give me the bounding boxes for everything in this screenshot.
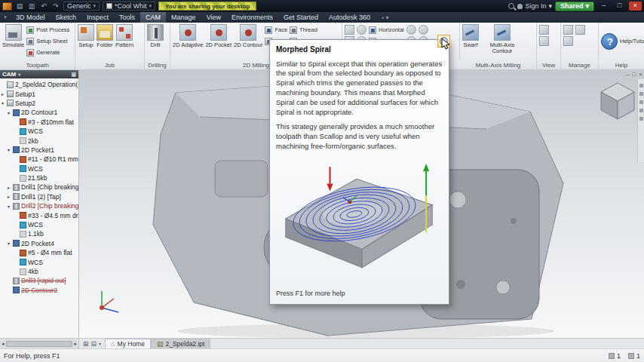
material-dropdown[interactable]: Generic ▾ (63, 2, 100, 11)
ribbon-tab[interactable]: Tools (114, 12, 140, 23)
tree-item[interactable]: #5 - Ø4 mm flat (0, 248, 78, 257)
swarf-button[interactable]: Swarf (462, 24, 479, 59)
viewport-toolbar[interactable] (637, 79, 644, 162)
setup-sheet-button[interactable]: Setup Sheet (26, 36, 69, 46)
doc-close-icon[interactable]: × (639, 71, 642, 78)
ribbon-collapse-icon[interactable]: ▾ (0, 12, 11, 23)
ribbon-tab[interactable]: Get Started (278, 12, 324, 23)
tree-item[interactable]: WCS (0, 127, 78, 136)
ribbon-tab[interactable]: CAM (140, 12, 166, 23)
ribbon-tab[interactable]: View (201, 12, 226, 23)
ribbon-tab[interactable]: Autodesk 360 (324, 12, 376, 23)
tree-item[interactable]: 2D Contour2 (0, 286, 78, 295)
new-file-icon[interactable]: ▤ (15, 2, 24, 10)
view-tool-icon[interactable] (539, 36, 549, 46)
scroll-right-icon[interactable]: ▸ (74, 341, 77, 347)
tree-item[interactable]: ▾ 2D Contour1 (0, 108, 78, 117)
3d-milling-icon[interactable] (357, 25, 366, 35)
document-tab[interactable]: 2_Spelda2.ipt (151, 339, 211, 348)
view-cube[interactable] (600, 82, 635, 120)
manage-tool-icon[interactable] (575, 25, 585, 35)
origin-triad-icon (93, 284, 126, 317)
2d-adaptive-button[interactable]: 2D Adaptive (173, 24, 203, 59)
document-tab[interactable]: My Home (105, 339, 151, 348)
tree-item[interactable]: WCS (0, 164, 78, 173)
tree-expander-icon[interactable]: ▸ (2, 91, 7, 97)
tree-expander-icon[interactable]: ▾ (8, 110, 13, 115)
2d-pocket-button[interactable]: 2D Pocket (205, 24, 232, 59)
3d-milling-icon[interactable] (406, 25, 416, 35)
sign-in-button[interactable]: Sign In ▾ (517, 2, 552, 10)
tree-item[interactable]: ▾ Setup2 (0, 99, 78, 108)
tree-item[interactable]: 2_Spelda2 Operation(s) (0, 80, 78, 89)
close-button[interactable]: × (629, 2, 642, 11)
tree-item[interactable]: ▾ Drill2 [Chip breaking] (0, 201, 78, 210)
chevron-down-icon[interactable]: ▾ (99, 341, 101, 346)
tree-item[interactable]: 4kb (0, 267, 78, 276)
cascade-windows-icon[interactable]: ⊟ (91, 340, 97, 348)
thread-button[interactable]: Thread (290, 25, 319, 35)
doc-minimize-icon[interactable]: – (626, 71, 629, 78)
multi-axis-contour-button[interactable]: Multi-Axis Contour (481, 24, 523, 59)
horizontal-button[interactable]: Horizontal (369, 25, 404, 35)
tree-item[interactable]: WCS (0, 220, 78, 229)
app-logo-icon[interactable] (2, 2, 12, 11)
doc-restore-icon[interactable]: □ (632, 71, 636, 78)
2d-contour-button[interactable]: 2D Contour (234, 24, 262, 59)
browser-header[interactable]: CAM ▾ ▣ (0, 70, 78, 78)
tree-item[interactable]: ▸ Setup1 (0, 89, 78, 98)
view-tool-icon[interactable] (539, 25, 549, 35)
drill-button[interactable]: Drill (147, 24, 164, 59)
appearance-dropdown[interactable]: *Cool Whit ▾ (103, 2, 155, 11)
face-button[interactable]: Face (265, 25, 287, 35)
ribbon-tab[interactable]: Environments (226, 12, 278, 23)
ribbon-tab[interactable]: Inspect (81, 12, 114, 23)
3d-milling-icon[interactable] (419, 25, 428, 35)
tree-expander-icon[interactable]: ▾ (2, 100, 7, 106)
shared-button[interactable]: Shared ▾ (555, 2, 594, 11)
tree-item[interactable]: ▾ 2D Pocket1 (0, 146, 78, 155)
save-icon[interactable]: ▥ (27, 2, 36, 10)
tree-item[interactable]: #3 - Ø10mm flat (0, 118, 78, 127)
tree-item[interactable]: 1.1kb (0, 229, 78, 238)
ribbon-tab[interactable]: 3D Model (11, 12, 51, 23)
ribbon-tab-bar: ▾ 3D Model Sketch Inspect Tools (0, 12, 644, 23)
folder-button[interactable]: Folder (97, 24, 113, 59)
tree-expander-icon[interactable]: ▸ (8, 194, 13, 199)
manage-tool-icon[interactable] (563, 36, 573, 46)
post-process-button[interactable]: Post Process (26, 25, 69, 35)
tree-item[interactable]: ▾ 2D Pocket4 (0, 239, 78, 248)
maximize-button[interactable]: □ (613, 2, 626, 11)
tree-item[interactable]: Drill3 [rapid out] (0, 276, 78, 285)
tree-expander-icon[interactable]: ▸ (8, 185, 13, 190)
undo-icon[interactable]: ↶ (39, 2, 48, 10)
tree-item[interactable]: ▸ Drill1 (2) [Tap] (0, 192, 78, 201)
scroll-left-icon[interactable]: ◂ (2, 341, 5, 347)
manage-tool-icon[interactable] (563, 25, 573, 35)
simulate-button[interactable]: Simulate (2, 24, 24, 59)
pattern-button[interactable]: Pattern (115, 24, 133, 59)
scrollbar-thumb[interactable] (6, 341, 73, 347)
tree-item[interactable]: ▸ Drill1 [Chip breaking] (0, 183, 78, 192)
browser-options-icon[interactable]: ▣ (71, 72, 76, 78)
setup-button[interactable]: Setup (78, 24, 94, 59)
tree-expander-icon[interactable]: ▾ (8, 241, 13, 246)
search-icon[interactable] (508, 3, 514, 9)
ribbon-tab[interactable]: Manage (166, 12, 201, 23)
minimize-button[interactable]: – (597, 2, 610, 11)
tree-item[interactable]: #11 - Ø10 R1 mm bull (0, 155, 78, 164)
ribbon-tab[interactable]: Sketch (51, 12, 82, 23)
tree-item[interactable]: 2kb (0, 136, 78, 145)
help-tutorials-button[interactable]: Help/Tutorials (601, 33, 644, 50)
tab-options-icon[interactable]: ▪ ▾ (376, 12, 395, 23)
generate-button[interactable]: Generate (26, 48, 69, 57)
tree-item[interactable]: WCS (0, 257, 78, 266)
3d-milling-icon[interactable] (345, 25, 354, 35)
tile-windows-icon[interactable]: ⊞ (83, 340, 89, 348)
browser-horizontal-scrollbar[interactable]: ◂ ▸ (0, 339, 79, 348)
tree-item[interactable]: 21.5kb (0, 173, 78, 183)
redo-icon[interactable]: ↷ (51, 2, 60, 10)
tree-expander-icon[interactable]: ▾ (8, 204, 13, 209)
tree-expander-icon[interactable]: ▾ (8, 147, 13, 152)
tree-item[interactable]: #33 - Ø4.5 mm drill (0, 210, 78, 219)
